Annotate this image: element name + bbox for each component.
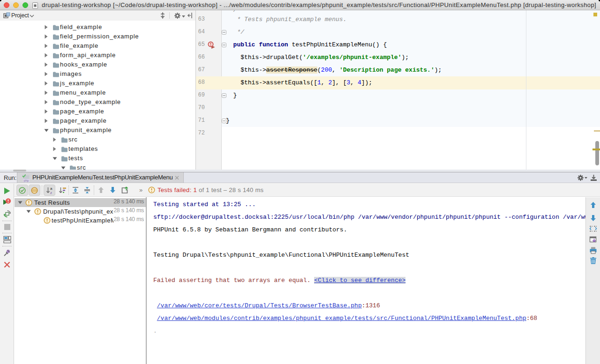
svg-text:z: z bbox=[50, 191, 52, 194]
svg-text:php: php bbox=[24, 179, 29, 182]
